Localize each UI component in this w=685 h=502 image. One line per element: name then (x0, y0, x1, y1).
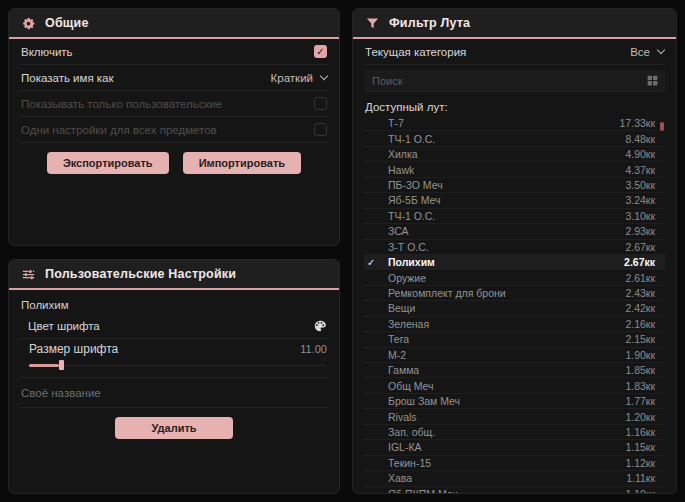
loot-list-item[interactable]: ✓ IGL-КА 1.15кк (364, 440, 665, 455)
loot-list-item[interactable]: ✓ М-2 1.90кк (364, 348, 665, 363)
available-loot-label: Доступный лут: (364, 97, 665, 116)
loot-item-value: 1.90кк (625, 349, 655, 361)
custom-name-input[interactable] (20, 378, 328, 408)
loot-item-name: Оружие (388, 272, 426, 284)
export-button[interactable]: Экспортировать (47, 152, 169, 174)
custom-settings-body: Полихим Цвет шрифта Размер шрифта 11.00 (9, 290, 339, 493)
general-panel-header: Общие (9, 9, 339, 39)
loot-list-item[interactable]: ✓ Яб-ПКПМ Меч 1.10кк (364, 487, 665, 495)
search-input[interactable] (370, 74, 646, 88)
custom-settings-panel: Пользовательские Настройки Полихим Цвет … (8, 259, 340, 494)
loot-list-item[interactable]: ✓ З-Т О.С. 2.67кк (364, 240, 665, 255)
loot-item-name: ПБ-3О Меч (388, 179, 443, 191)
grid-view-icon[interactable] (646, 74, 659, 87)
app-window: Общие Включить ✓ Показать имя как Кратки… (0, 0, 685, 502)
loot-item-value: 3.10кк (625, 210, 655, 222)
loot-item-value: 1.15кк (625, 441, 655, 453)
loot-list-item[interactable]: ✓ Общ Меч 1.83кк (364, 378, 665, 393)
loot-list-item[interactable]: ✓ Полихим 2.67кк (364, 255, 665, 270)
loot-item-value: 8.48кк (625, 133, 655, 145)
font-color-label: Цвет шрифта (28, 320, 100, 332)
loot-item-value: 1.12кк (625, 457, 655, 469)
loot-list-item[interactable]: ✓ ТЧ-1 О.С. 3.10кк (364, 209, 665, 224)
category-dropdown[interactable]: Все (630, 46, 664, 58)
left-column: Общие Включить ✓ Показать имя как Кратки… (8, 8, 340, 494)
category-row: Текущая категория Все (364, 39, 665, 65)
loot-list-item[interactable]: ✓ Оружие 2.61кк (364, 270, 665, 285)
loot-item-name: Яб-5Б Меч (388, 194, 441, 206)
loot-list-item[interactable]: ✓ Ремкомплект для брони 2.43кк (364, 286, 665, 301)
loot-item-value: 2.67кк (625, 241, 655, 253)
loot-item-name: Хилка (388, 148, 418, 160)
loot-item-name: Гамма (388, 364, 419, 376)
loot-list-item[interactable]: ✓ Rivals 1.20кк (364, 409, 665, 424)
enable-checkbox[interactable]: ✓ (314, 45, 327, 58)
show-name-label: Показать имя как (21, 72, 114, 84)
loot-item-name: М-2 (388, 349, 406, 361)
loot-item-name: Ремкомплект для брони (388, 287, 506, 299)
loot-list-item[interactable]: ✓ Хилка 4.90кк (364, 147, 665, 162)
loot-item-value: 2.16кк (625, 318, 655, 330)
loot-list-item[interactable]: ✓ Зап. общ. 1.16кк (364, 425, 665, 440)
loot-item-value: 1.16кк (625, 426, 655, 438)
loot-item-value: 1.83кк (625, 380, 655, 392)
same-settings-row: Одни настройки для всех предметов ✓ (20, 117, 328, 143)
loot-list-item[interactable]: ✓ Тега 2.15кк (364, 332, 665, 347)
custom-settings-header: Пользовательские Настройки (9, 260, 339, 290)
loot-item-name: Общ Меч (388, 380, 434, 392)
loot-list-item[interactable]: ✓ Брош Зам Меч 1.77кк (364, 394, 665, 409)
import-button[interactable]: Импортировать (183, 152, 301, 174)
loot-list-item[interactable]: ✓ ПБ-3О Меч 3.50кк (364, 178, 665, 193)
same-settings-checkbox[interactable]: ✓ (314, 123, 327, 136)
show-name-value: Краткий (271, 72, 313, 84)
show-name-dropdown[interactable]: Краткий (271, 72, 327, 84)
loot-list-item[interactable]: ✓ Яб-5Б Меч 3.24кк (364, 193, 665, 208)
loot-filter-panel: Фильтр Лута Текущая категория Все Досту (352, 8, 677, 494)
loot-list-item[interactable]: ✓ Хава 1.11кк (364, 471, 665, 486)
loot-item-value: 3.50кк (625, 179, 655, 191)
loot-item-value: 2.42кк (625, 302, 655, 314)
palette-icon[interactable] (313, 319, 327, 333)
loot-item-name: Хава (388, 472, 412, 484)
loot-item-value: 1.20кк (625, 411, 655, 423)
loot-item-name: ТЧ-1 О.С. (388, 210, 435, 222)
loot-list-item[interactable]: ✓ ЗСА 2.93кк (364, 224, 665, 239)
only-custom-label: Показывать только пользовательские (21, 98, 222, 110)
loot-list-item[interactable]: ✓ Текин-15 1.12кк (364, 456, 665, 471)
loot-item-name: ЗСА (388, 225, 409, 237)
loot-filter-body: Текущая категория Все Доступный лут: (353, 39, 676, 494)
loot-item-value: 1.11кк (626, 472, 655, 484)
loot-item-value: 4.90кк (625, 148, 655, 160)
loot-item-name: Вещи (388, 302, 415, 314)
funnel-icon (365, 16, 380, 31)
loot-item-value: 1.10кк (625, 488, 655, 494)
scrollbar-thumb[interactable] (660, 122, 664, 131)
loot-item-name: Яб-ПКПМ Меч (388, 488, 458, 494)
loot-item-value: 2.93кк (625, 225, 655, 237)
gear-icon (21, 16, 36, 31)
loot-item-value: 3.24кк (625, 194, 655, 206)
search-bar (364, 70, 665, 92)
loot-list-item[interactable]: ✓ Т-7 17.33кк (364, 116, 665, 131)
loot-item-value: 2.43кк (625, 287, 655, 299)
loot-item-name: З-Т О.С. (388, 241, 429, 253)
font-size-value: 11.00 (300, 343, 327, 355)
only-custom-checkbox[interactable]: ✓ (314, 97, 327, 110)
loot-item-value: 2.61кк (625, 272, 655, 284)
slider-thumb[interactable] (59, 360, 64, 370)
loot-list-item[interactable]: ✓ Hawk 4.37кк (364, 162, 665, 177)
loot-list-item[interactable]: ✓ Зеленая 2.16кк (364, 317, 665, 332)
loot-item-value: 4.37кк (625, 164, 655, 176)
loot-list-item[interactable]: ✓ Вещи 2.42кк (364, 301, 665, 316)
font-size-slider[interactable] (29, 360, 327, 370)
loot-list-item[interactable]: ✓ Гамма 1.85кк (364, 363, 665, 378)
enable-label: Включить (21, 46, 73, 58)
delete-button[interactable]: Удалить (115, 417, 233, 439)
loot-list-item[interactable]: ✓ ТЧ-1 О.С. 8.48кк (364, 131, 665, 146)
loot-filter-title: Фильтр Лута (389, 16, 470, 30)
loot-item-name: Текин-15 (388, 457, 431, 469)
chevron-down-icon (320, 72, 328, 80)
loot-item-name: Т-7 (388, 117, 404, 129)
loot-item-value: 1.77кк (625, 395, 655, 407)
right-column: Фильтр Лута Текущая категория Все Досту (352, 8, 677, 494)
